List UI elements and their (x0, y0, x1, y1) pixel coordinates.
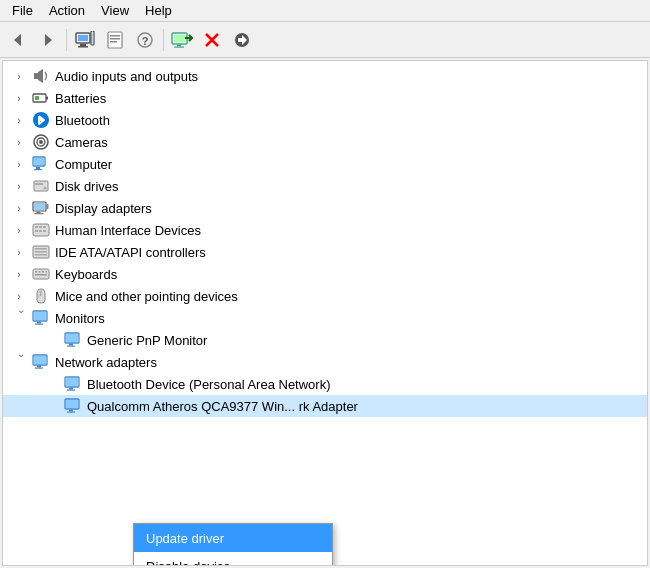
context-menu-disable-device[interactable]: Disable device (134, 552, 332, 566)
svg-rect-40 (35, 213, 44, 214)
svg-rect-23 (33, 94, 46, 102)
tree-item-hid[interactable]: › Human Interface Devices (3, 219, 647, 241)
svg-rect-72 (35, 368, 43, 369)
chevron-diskdrives: › (11, 178, 27, 194)
svg-rect-52 (35, 254, 47, 256)
uninstall-button[interactable] (198, 26, 226, 54)
svg-rect-11 (110, 41, 117, 43)
tree-item-generic-monitor[interactable]: › Generic PnP Monitor (3, 329, 647, 351)
svg-rect-17 (174, 46, 184, 47)
scan-button[interactable] (168, 26, 196, 54)
svg-rect-38 (34, 203, 45, 210)
context-menu-update-driver[interactable]: Update driver (134, 524, 332, 552)
monitors-icon (31, 308, 51, 328)
svg-rect-45 (43, 226, 46, 228)
chevron-hid: › (11, 222, 27, 238)
tree-item-network[interactable]: › Network adapters (3, 351, 647, 373)
svg-rect-43 (35, 226, 38, 228)
menu-file[interactable]: File (4, 1, 41, 20)
tree-item-displayadapters[interactable]: › Display adapters (3, 197, 647, 219)
svg-rect-48 (43, 230, 46, 232)
menu-view[interactable]: View (93, 1, 137, 20)
svg-rect-54 (35, 271, 37, 273)
svg-point-29 (39, 140, 43, 144)
svg-rect-71 (37, 366, 41, 368)
qualcomm-label: Qualcomm Atheros QCA9377 Win... rk Adapt… (87, 399, 358, 414)
chevron-ide: › (11, 244, 27, 260)
svg-rect-79 (69, 410, 73, 412)
properties-button[interactable] (101, 26, 129, 54)
disk-icon (31, 176, 51, 196)
svg-point-36 (44, 187, 47, 190)
display-adapter-icon (31, 198, 51, 218)
svg-marker-0 (14, 34, 21, 46)
displayadapters-label: Display adapters (55, 201, 152, 216)
svg-text:?: ? (142, 35, 149, 47)
svg-rect-16 (177, 44, 181, 46)
svg-rect-58 (35, 274, 47, 276)
tree-item-audio[interactable]: › Audio inputs and outputs (3, 65, 647, 87)
diskdrives-label: Disk drives (55, 179, 119, 194)
svg-rect-50 (35, 248, 47, 250)
ide-icon (31, 242, 51, 262)
tree-item-qualcomm-net[interactable]: › Qualcomm Atheros QCA9377 Win... rk Ada… (3, 395, 647, 417)
bluetooth-icon (31, 110, 51, 130)
svg-rect-3 (78, 35, 88, 41)
audio-label: Audio inputs and outputs (55, 69, 198, 84)
tree-item-bluetooth-net[interactable]: › Bluetooth Device (Personal Area Networ… (3, 373, 647, 395)
chevron-keyboards: › (11, 266, 27, 282)
chevron-mice: › (11, 288, 27, 304)
update-driver-toolbar-button[interactable] (228, 26, 256, 54)
network-label: Network adapters (55, 355, 157, 370)
svg-rect-8 (108, 32, 122, 48)
generic-monitor-icon (63, 330, 83, 350)
svg-rect-39 (37, 212, 41, 214)
svg-rect-10 (110, 38, 120, 40)
cameras-icon (31, 132, 51, 152)
chevron-cameras: › (11, 134, 27, 150)
tree-item-keyboards[interactable]: › Keyboards (3, 263, 647, 285)
tree-item-mice[interactable]: › Mice and other pointing devices (3, 285, 647, 307)
tree-item-bluetooth[interactable]: › Bluetooth (3, 109, 647, 131)
tree-item-computer[interactable]: › Computer (3, 153, 647, 175)
svg-rect-68 (67, 346, 75, 347)
svg-rect-55 (39, 271, 41, 273)
bluetooth-net-icon (63, 374, 83, 394)
svg-rect-76 (67, 390, 75, 391)
svg-rect-51 (35, 251, 47, 253)
tree-content: › Audio inputs and outputs › (2, 60, 648, 566)
mouse-icon (31, 286, 51, 306)
back-button[interactable] (4, 26, 32, 54)
menubar: File Action View Help (0, 0, 650, 22)
svg-rect-25 (46, 97, 48, 100)
menu-action[interactable]: Action (41, 1, 93, 20)
chevron-displayadapters: › (11, 200, 27, 216)
svg-rect-24 (35, 96, 39, 100)
tree-item-diskdrives[interactable]: › Disk drives (3, 175, 647, 197)
tree-item-monitors[interactable]: › Monitors (3, 307, 647, 329)
forward-button[interactable] (34, 26, 62, 54)
batteries-label: Batteries (55, 91, 106, 106)
help-button[interactable]: ? (131, 26, 159, 54)
tree-item-batteries[interactable]: › Batteries (3, 87, 647, 109)
svg-rect-46 (35, 230, 38, 232)
context-menu: Update driver Disable device (133, 523, 333, 566)
svg-rect-63 (37, 322, 41, 324)
qualcomm-icon (63, 396, 83, 416)
chevron-bluetooth: › (11, 112, 27, 128)
tree-item-cameras[interactable]: › Cameras (3, 131, 647, 153)
svg-rect-80 (67, 412, 75, 413)
toolbar-separator-2 (163, 29, 164, 51)
computer-label: Computer (55, 157, 112, 172)
menu-help[interactable]: Help (137, 1, 180, 20)
bluetooth-net-label: Bluetooth Device (Personal Area Network) (87, 377, 331, 392)
svg-rect-9 (110, 35, 120, 37)
cameras-label: Cameras (55, 135, 108, 150)
chevron-audio: › (11, 68, 27, 84)
tree-item-ide[interactable]: › IDE ATA/ATAPI controllers (3, 241, 647, 263)
toolbar: ? (0, 22, 650, 58)
svg-rect-66 (66, 334, 78, 342)
show-devices-button[interactable] (71, 26, 99, 54)
svg-rect-15 (174, 35, 185, 42)
svg-rect-57 (46, 271, 48, 273)
